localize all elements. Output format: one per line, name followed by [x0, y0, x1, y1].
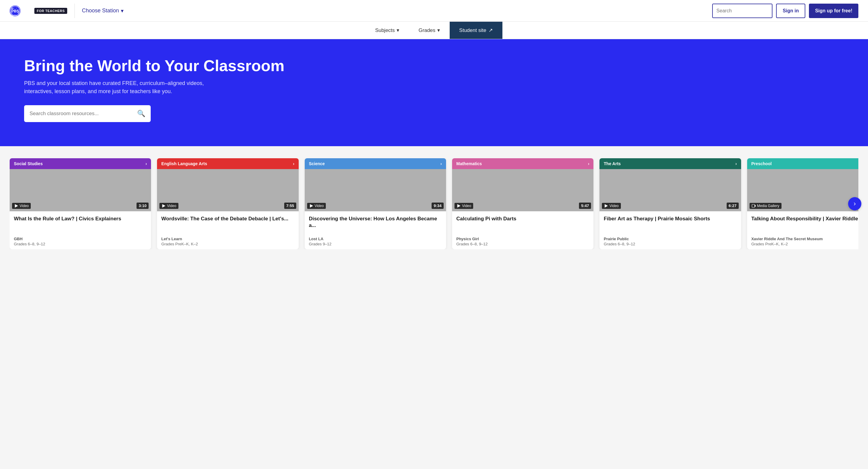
card-item[interactable]: The Arts › Video 6:27 Fiber Art as Thera…: [599, 158, 741, 249]
card-body: Fiber Art as Therapy | Prairie Mosaic Sh…: [599, 211, 741, 249]
signup-button[interactable]: Sign up for free!: [809, 4, 858, 18]
card-source: Prairie Public: [604, 237, 737, 241]
card-body: Discovering the Universe: How Los Angele…: [305, 211, 446, 249]
logo-link[interactable]: PBS Learning Media PBS FOR TEACHERS: [10, 4, 67, 18]
pbs-logo: PBS Learning Media PBS: [10, 4, 31, 18]
nav-student-site[interactable]: Student site ↗: [450, 22, 503, 39]
header-divider: [74, 4, 75, 18]
subjects-label: Subjects: [375, 27, 395, 33]
card-item[interactable]: Social Studies › Video 3:10 What Is the …: [10, 158, 151, 249]
card-source: GBH: [14, 237, 147, 241]
nav-bar: Subjects ▾ Grades ▾ Student site ↗: [0, 22, 868, 39]
chevron-right-icon: ›: [440, 161, 442, 166]
nav-grades[interactable]: Grades ▾: [409, 22, 450, 39]
card-body: Calculating Pi with Darts Physics Girl G…: [452, 211, 593, 249]
card-duration-badge: 3:10: [136, 202, 149, 209]
card-thumbnail[interactable]: Video 3:10: [10, 169, 151, 211]
card-source: Physics Girl: [456, 237, 589, 241]
card-duration-badge: 5:47: [579, 202, 591, 209]
card-meta: Let's Learn Grades PreK–K, K–2: [161, 237, 294, 246]
card-category-bar[interactable]: English Language Arts ›: [157, 158, 299, 169]
choose-station-label: Choose Station: [82, 7, 119, 14]
card-title: Talking About Responsibility | Xavier Ri…: [751, 216, 858, 233]
card-title: Fiber Art as Therapy | Prairie Mosaic Sh…: [604, 216, 737, 233]
chevron-down-icon: ▾: [121, 7, 124, 14]
card-thumbnail[interactable]: Media Gallery 1:30: [747, 169, 858, 211]
svg-rect-12: [752, 205, 755, 207]
cards-row: Social Studies › Video 3:10 What Is the …: [10, 158, 858, 249]
card-body: What Is the Rule of Law? | Civics Explai…: [10, 211, 151, 249]
header-search-bar: 🔍: [712, 4, 772, 18]
card-source: Let's Learn: [161, 237, 294, 241]
card-source: Lost LA: [309, 237, 442, 241]
svg-marker-10: [457, 204, 461, 208]
for-teachers-badge: FOR TEACHERS: [34, 8, 67, 14]
svg-text:PBS: PBS: [11, 9, 19, 13]
header-search-input[interactable]: [713, 4, 772, 18]
svg-marker-7: [15, 204, 18, 208]
card-title: What Is the Rule of Law? | Civics Explai…: [14, 216, 147, 233]
grades-label: Grades: [418, 27, 435, 33]
card-category-bar[interactable]: Science ›: [305, 158, 446, 169]
card-item[interactable]: English Language Arts › Video 7:55 Words…: [157, 158, 299, 249]
card-body: Wordsville: The Case of the Debate Debac…: [157, 211, 299, 249]
card-thumbnail[interactable]: Video 6:27: [599, 169, 741, 211]
card-category-label: Mathematics: [456, 161, 482, 166]
card-title: Wordsville: The Case of the Debate Debac…: [161, 216, 294, 233]
card-title: Calculating Pi with Darts: [456, 216, 589, 233]
external-link-icon: ↗: [489, 27, 493, 33]
hero-search-input[interactable]: [25, 106, 132, 122]
card-type-badge: Video: [602, 203, 621, 209]
card-category-bar[interactable]: Mathematics ›: [452, 158, 593, 169]
card-meta: Prairie Public Grades 6–8, 9–12: [604, 237, 737, 246]
cards-wrapper: Social Studies › Video 3:10 What Is the …: [10, 158, 858, 249]
card-title: Discovering the Universe: How Los Angele…: [309, 216, 442, 233]
card-item[interactable]: Preschool › Media Gallery 1:30 Talking A…: [747, 158, 858, 249]
chevron-right-icon: ›: [588, 161, 590, 166]
card-grades: Grades 6–8, 9–12: [604, 242, 737, 246]
hero-section: Bring the World to Your Classroom PBS an…: [0, 39, 868, 146]
header-right: 🔍 Sign in Sign up for free!: [712, 4, 858, 18]
card-category-label: Preschool: [751, 161, 772, 166]
card-grades: Grades PreK–K, K–2: [751, 242, 858, 246]
card-body: Talking About Responsibility | Xavier Ri…: [747, 211, 858, 249]
search-icon: 🔍: [137, 110, 145, 118]
svg-marker-9: [310, 204, 313, 208]
chevron-right-icon: ›: [293, 161, 294, 166]
svg-marker-8: [162, 204, 166, 208]
card-type-badge: Video: [159, 203, 178, 209]
hero-search-button[interactable]: 🔍: [132, 106, 150, 122]
card-item[interactable]: Science › Video 9:34 Discovering the Uni…: [305, 158, 446, 249]
card-type-badge: Video: [12, 203, 31, 209]
choose-station-link[interactable]: Choose Station ▾: [82, 7, 124, 14]
card-category-bar[interactable]: Social Studies ›: [10, 158, 151, 169]
card-source: Xavier Riddle And The Secret Museum: [751, 237, 858, 241]
card-category-bar[interactable]: Preschool ›: [747, 158, 858, 169]
student-site-label: Student site: [459, 27, 487, 33]
chevron-right-icon: ›: [735, 161, 737, 166]
svg-marker-11: [605, 204, 608, 208]
hero-subtext: PBS and your local station have curated …: [24, 79, 211, 96]
card-meta: Lost LA Grades 9–12: [309, 237, 442, 246]
nav-subjects[interactable]: Subjects ▾: [366, 22, 409, 39]
card-item[interactable]: Mathematics › Video 5:47 Calculating Pi …: [452, 158, 593, 249]
card-type-badge: Video: [455, 203, 473, 209]
card-thumbnail[interactable]: Video 5:47: [452, 169, 593, 211]
card-thumbnail[interactable]: Video 7:55: [157, 169, 299, 211]
card-duration-badge: 7:55: [284, 202, 296, 209]
site-header: PBS Learning Media PBS FOR TEACHERS Choo…: [0, 0, 868, 22]
card-duration-badge: 6:27: [727, 202, 739, 209]
card-grades: Grades 9–12: [309, 242, 442, 246]
card-category-label: English Language Arts: [161, 161, 207, 166]
chevron-down-icon: ▾: [397, 27, 399, 33]
hero-headline: Bring the World to Your Classroom: [24, 57, 284, 74]
card-meta: Physics Girl Grades 6–8, 9–12: [456, 237, 589, 246]
hero-search-bar: 🔍: [24, 105, 151, 122]
signin-button[interactable]: Sign in: [776, 4, 805, 18]
card-category-bar[interactable]: The Arts ›: [599, 158, 741, 169]
card-category-label: Social Studies: [14, 161, 43, 166]
card-type-badge: Video: [307, 203, 326, 209]
next-arrow-button[interactable]: ›: [848, 197, 861, 210]
card-grades: Grades 6–8, 9–12: [14, 242, 147, 246]
card-thumbnail[interactable]: Video 9:34: [305, 169, 446, 211]
